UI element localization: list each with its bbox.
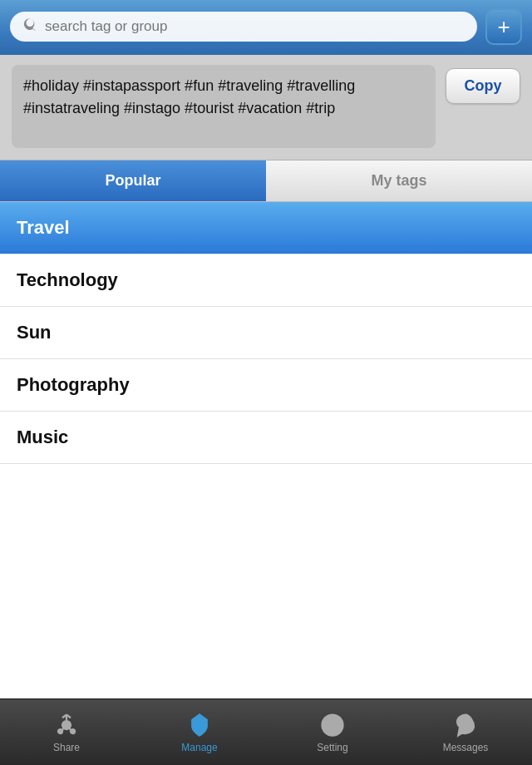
setting-icon (319, 712, 346, 738)
tags-text-box: #holiday #instapassport #fun #traveling … (12, 65, 436, 148)
category-list: Travel Technology Sun Photography Music (0, 202, 532, 698)
share-icon (53, 712, 80, 738)
nav-item-messages[interactable]: Messages (399, 705, 532, 760)
svg-point-14 (464, 720, 467, 723)
nav-messages-label: Messages (443, 742, 489, 753)
tags-text: #holiday #instapassport #fun #traveling … (23, 77, 355, 116)
nav-setting-label: Setting (317, 742, 347, 753)
category-item-music[interactable]: Music (0, 412, 532, 464)
category-item-photography[interactable]: Photography (0, 359, 532, 412)
svg-point-16 (468, 720, 471, 723)
search-bar[interactable] (10, 12, 477, 42)
svg-point-9 (329, 722, 336, 728)
add-button[interactable]: + (485, 8, 522, 45)
manage-icon (186, 712, 213, 738)
messages-icon (452, 712, 479, 738)
plus-icon: + (497, 14, 510, 40)
copy-button[interactable]: Copy (446, 68, 520, 104)
header: + (0, 0, 532, 55)
tags-preview-area: #holiday #instapassport #fun #traveling … (0, 55, 532, 160)
nav-item-setting[interactable]: Setting (266, 705, 399, 760)
nav-item-manage[interactable]: Manage (133, 705, 266, 760)
nav-share-label: Share (53, 742, 80, 753)
nav-manage-label: Manage (181, 742, 217, 753)
search-input[interactable] (45, 18, 466, 35)
nav-item-share[interactable]: Share (0, 705, 133, 760)
tabs-bar: Popular My tags (0, 160, 532, 202)
tab-popular[interactable]: Popular (0, 160, 266, 201)
bottom-nav: Share Manage Setting (0, 698, 532, 765)
category-item-travel[interactable]: Travel (0, 202, 532, 254)
svg-point-15 (460, 720, 463, 723)
tab-mytags[interactable]: My tags (266, 160, 532, 201)
search-icon (22, 18, 38, 35)
category-item-sun[interactable]: Sun (0, 307, 532, 359)
category-item-technology[interactable]: Technology (0, 254, 532, 307)
